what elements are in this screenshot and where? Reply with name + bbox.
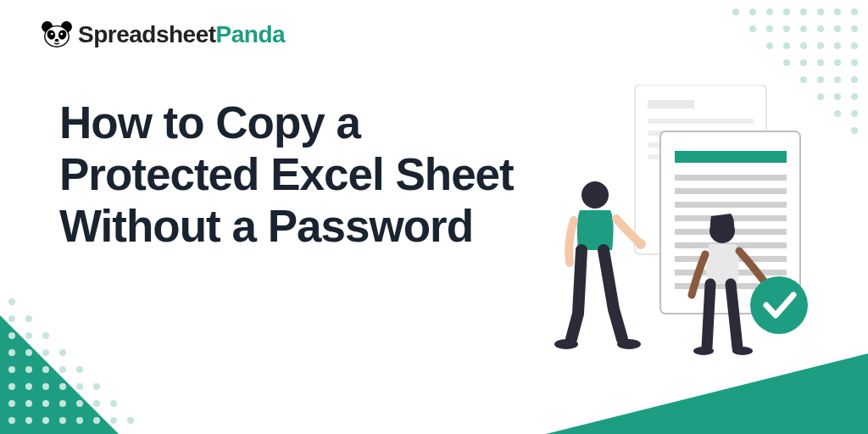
svg-point-6 [60,33,63,36]
svg-point-28 [617,339,641,349]
svg-point-7 [55,39,59,42]
checkmark-badge-icon [750,276,808,334]
svg-rect-24 [675,283,760,289]
dot-pattern-bottom-left [8,298,136,426]
page-title: How to Copy aProtected Excel SheetWithou… [59,97,514,253]
svg-point-5 [51,33,53,36]
svg-rect-15 [675,151,787,163]
svg-rect-17 [675,188,787,194]
svg-rect-9 [648,100,694,108]
svg-point-27 [554,339,578,349]
svg-point-31 [732,347,753,355]
brand-name: SpreadsheetPanda [78,21,285,48]
hero-illustration [495,85,817,390]
panda-icon [41,20,73,49]
svg-point-32 [750,276,808,334]
svg-point-26 [636,239,646,249]
svg-rect-10 [648,119,754,124]
svg-point-25 [581,181,609,209]
svg-point-30 [693,347,714,355]
brand-logo: SpreadsheetPanda [41,20,285,49]
person-left-icon [554,181,646,349]
svg-rect-18 [675,202,787,208]
svg-rect-16 [675,175,787,181]
